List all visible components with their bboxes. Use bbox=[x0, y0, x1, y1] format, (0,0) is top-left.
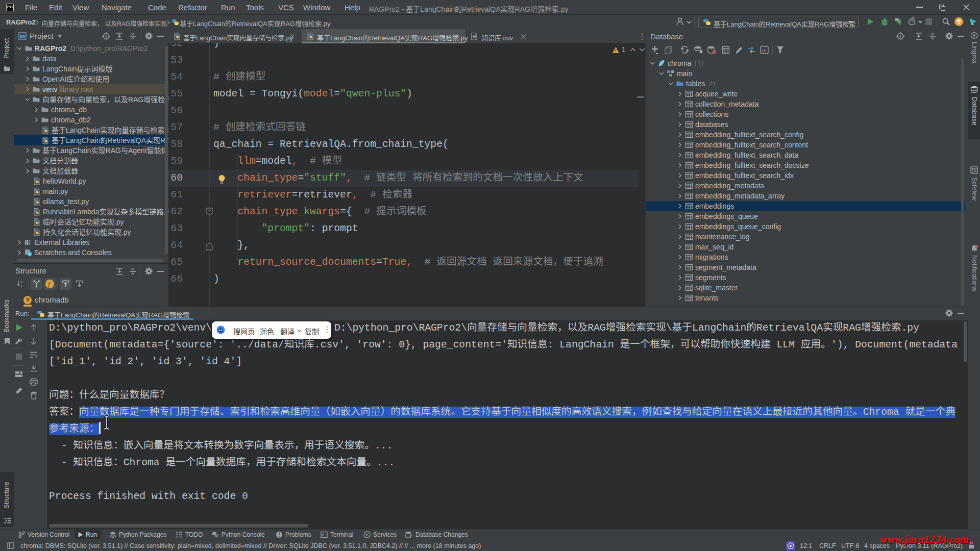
svg-text:QL: QL bbox=[762, 48, 766, 53]
svg-text:z: z bbox=[20, 283, 22, 288]
